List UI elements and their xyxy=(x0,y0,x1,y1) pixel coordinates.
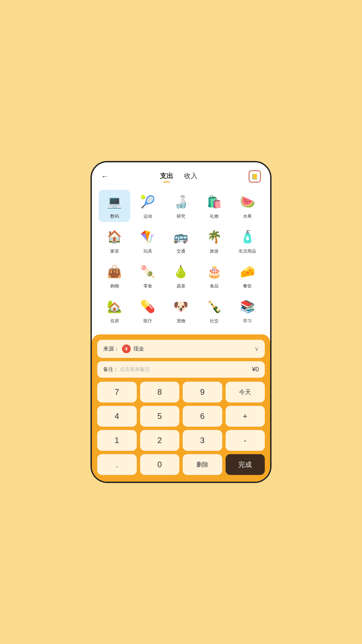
category-label-dining: 餐饮 xyxy=(243,283,252,289)
pet-icon: 🐶 xyxy=(172,297,190,316)
travel-icon: 🌴 xyxy=(205,227,224,246)
category-label-fruit: 水果 xyxy=(243,213,252,219)
home-icon: 🏠 xyxy=(105,227,124,246)
veggie-icon: 🍐 xyxy=(172,262,190,281)
key-9[interactable]: 9 xyxy=(183,382,222,402)
category-label-home: 家居 xyxy=(110,248,119,254)
category-label-social: 社交 xyxy=(210,318,219,324)
category-label-food: 食品 xyxy=(210,283,219,289)
category-item-housing[interactable]: 🏡住房 xyxy=(99,294,130,327)
key-6[interactable]: 6 xyxy=(183,406,222,427)
key-删除[interactable]: 删除 xyxy=(183,454,222,475)
key-5[interactable]: 5 xyxy=(140,406,180,427)
food-icon: 🎂 xyxy=(205,262,224,281)
category-item-toy[interactable]: 🪁玩具 xyxy=(132,225,164,257)
note-left: 备注： 点击添加备注 xyxy=(103,366,150,373)
source-left: 来源： ¥ 现金 xyxy=(103,344,144,353)
category-item-pet[interactable]: 🐶宠物 xyxy=(165,294,197,327)
category-label-study: 学习 xyxy=(243,318,252,324)
note-prefix: 备注： xyxy=(103,366,118,372)
key-.[interactable]: . xyxy=(97,454,137,475)
category-label-shopping: 购物 xyxy=(110,283,119,289)
key-+[interactable]: + xyxy=(226,406,265,427)
category-item-gift[interactable]: 🛍️礼物 xyxy=(198,190,230,222)
medical-icon: 💊 xyxy=(138,297,157,316)
dailycare-icon: 🧴 xyxy=(238,227,257,246)
key-2[interactable]: 2 xyxy=(140,430,180,451)
category-item-home[interactable]: 🏠家居 xyxy=(99,225,130,257)
research-icon: 🍶 xyxy=(172,193,190,211)
category-label-research: 研究 xyxy=(177,213,185,219)
header-tabs: 支出 收入 xyxy=(160,171,197,182)
key-0[interactable]: 0 xyxy=(140,454,180,475)
category-label-pet: 宠物 xyxy=(177,318,185,324)
shopping-icon: 👜 xyxy=(105,262,124,281)
category-item-transport[interactable]: 🚌交通 xyxy=(165,225,197,257)
category-item-sports[interactable]: 🎾运动 xyxy=(132,190,164,222)
key-4[interactable]: 4 xyxy=(97,406,137,427)
category-item-fruit[interactable]: 🍉水果 xyxy=(232,190,263,222)
category-item-veggie[interactable]: 🍐蔬菜 xyxy=(165,260,197,292)
source-row[interactable]: 来源： ¥ 现金 ∨ xyxy=(97,340,265,358)
category-area: 💻数码🎾运动🍶研究🛍️礼物🍉水果🏠家居🪁玩具🚌交通🌴旅游🧴生活用品👜购物🍡零食🍐… xyxy=(92,186,270,334)
key-7[interactable]: 7 xyxy=(97,382,137,402)
transport-icon: 🚌 xyxy=(172,227,190,246)
category-item-social[interactable]: 🍾社交 xyxy=(198,294,230,327)
category-item-digital[interactable]: 💻数码 xyxy=(99,190,130,222)
back-button[interactable]: ← xyxy=(101,172,109,181)
category-label-housing: 住房 xyxy=(110,318,119,324)
note-placeholder: 点击添加备注 xyxy=(120,366,150,372)
yuan-icon: ¥ xyxy=(122,344,131,353)
category-label-snack: 零食 xyxy=(143,283,152,289)
category-label-transport: 交通 xyxy=(177,248,185,254)
note-row[interactable]: 备注： 点击添加备注 ¥0 xyxy=(97,361,265,378)
category-item-food[interactable]: 🎂食品 xyxy=(198,260,230,292)
tab-expense[interactable]: 支出 xyxy=(160,171,173,182)
housing-icon: 🏡 xyxy=(105,297,124,316)
category-item-travel[interactable]: 🌴旅游 xyxy=(198,225,230,257)
snack-icon: 🍡 xyxy=(138,262,157,281)
key-今天[interactable]: 今天 xyxy=(226,382,265,402)
book-icon[interactable]: 📒 xyxy=(249,170,261,182)
source-name: 现金 xyxy=(133,345,144,353)
header: ← 支出 收入 📒 xyxy=(92,162,270,186)
category-item-research[interactable]: 🍶研究 xyxy=(165,190,197,222)
dining-icon: 🧀 xyxy=(238,262,257,281)
category-label-veggie: 蔬菜 xyxy=(177,283,185,289)
category-label-dailycare: 生活用品 xyxy=(239,248,256,254)
category-label-gift: 礼物 xyxy=(210,213,219,219)
category-label-digital: 数码 xyxy=(110,213,119,219)
amount-display: ¥0 xyxy=(252,366,259,373)
study-icon: 📚 xyxy=(238,297,257,316)
key-8[interactable]: 8 xyxy=(140,382,180,402)
bottom-panel: 来源： ¥ 现金 ∨ 备注： 点击添加备注 ¥0 789今天456+123-.0… xyxy=(92,334,270,482)
category-label-toy: 玩具 xyxy=(143,248,152,254)
tab-income[interactable]: 收入 xyxy=(184,171,197,182)
key-1[interactable]: 1 xyxy=(97,430,137,451)
gift-icon: 🛍️ xyxy=(205,193,224,211)
social-icon: 🍾 xyxy=(205,297,224,316)
category-label-sports: 运动 xyxy=(143,213,152,219)
category-item-medical[interactable]: 💊医疗 xyxy=(132,294,164,327)
category-item-dining[interactable]: 🧀餐饮 xyxy=(232,260,263,292)
source-prefix: 来源： xyxy=(103,345,119,353)
digital-icon: 💻 xyxy=(105,193,124,211)
fruit-icon: 🍉 xyxy=(238,193,257,211)
key--[interactable]: - xyxy=(226,430,265,451)
category-grid: 💻数码🎾运动🍶研究🛍️礼物🍉水果🏠家居🪁玩具🚌交通🌴旅游🧴生活用品👜购物🍡零食🍐… xyxy=(99,190,263,327)
category-item-dailycare[interactable]: 🧴生活用品 xyxy=(232,225,263,257)
category-label-travel: 旅游 xyxy=(210,248,219,254)
key-3[interactable]: 3 xyxy=(183,430,222,451)
chevron-down-icon: ∨ xyxy=(254,345,259,353)
category-item-snack[interactable]: 🍡零食 xyxy=(132,260,164,292)
sports-icon: 🎾 xyxy=(138,193,157,211)
toy-icon: 🪁 xyxy=(138,227,157,246)
category-item-study[interactable]: 📚学习 xyxy=(232,294,263,327)
category-item-shopping[interactable]: 👜购物 xyxy=(99,260,130,292)
key-完成[interactable]: 完成 xyxy=(226,454,265,475)
category-label-medical: 医疗 xyxy=(143,318,152,324)
keypad: 789今天456+123-.0删除完成 xyxy=(97,382,265,475)
phone-container: ← 支出 收入 📒 💻数码🎾运动🍶研究🛍️礼物🍉水果🏠家居🪁玩具🚌交通🌴旅游🧴生… xyxy=(90,161,272,483)
